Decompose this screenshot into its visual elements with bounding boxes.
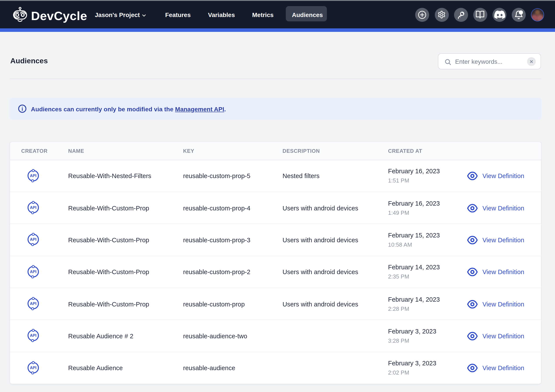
svg-text:i: i bbox=[22, 106, 23, 112]
svg-text:API: API bbox=[30, 301, 37, 306]
svg-text:API: API bbox=[30, 334, 37, 338]
svg-text:API: API bbox=[30, 173, 37, 178]
svg-text:API: API bbox=[30, 237, 37, 242]
svg-text:API: API bbox=[30, 366, 37, 370]
svg-text:API: API bbox=[30, 205, 37, 210]
svg-text:API: API bbox=[30, 269, 37, 274]
